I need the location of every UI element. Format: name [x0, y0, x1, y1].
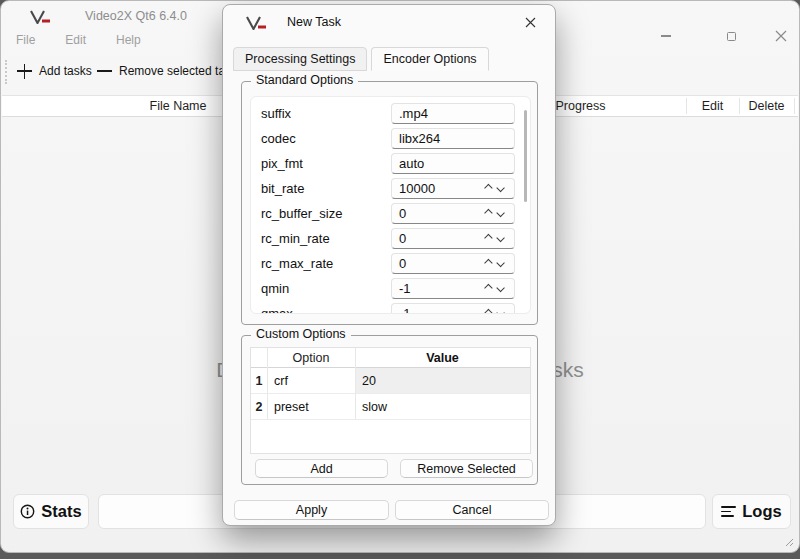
minus-icon	[97, 70, 112, 72]
field-row: rc_min_rate	[251, 226, 530, 251]
field-row: bit_rate	[251, 176, 530, 201]
column-header-delete[interactable]: Delete	[739, 96, 794, 116]
option-cell[interactable]: crf	[267, 368, 355, 393]
spin-up-button[interactable]	[484, 184, 492, 192]
pix-fmt-input-value[interactable]	[392, 156, 514, 171]
field-label: rc_max_rate	[261, 256, 333, 271]
field-row: pix_fmt	[251, 151, 530, 176]
qmin-spinbox[interactable]	[391, 278, 515, 299]
spin-up-button[interactable]	[484, 234, 492, 242]
bit-rate-spinbox[interactable]	[391, 178, 515, 199]
codec-input-value[interactable]	[392, 131, 514, 146]
custom-options-title: Custom Options	[251, 327, 351, 341]
table-row[interactable]: 2 preset slow	[251, 394, 530, 420]
pix-fmt-input[interactable]	[391, 153, 515, 174]
spin-up-button[interactable]	[484, 309, 492, 314]
tab-encoder-options[interactable]: Encoder Options	[371, 47, 488, 71]
spin-up-button[interactable]	[484, 284, 492, 292]
minimize-icon	[661, 35, 671, 36]
toolbar-drag-handle[interactable]	[5, 60, 7, 84]
column-header-option[interactable]: Option	[267, 351, 355, 365]
dialog-close-button[interactable]	[515, 10, 545, 34]
qmax-spinbox[interactable]	[391, 303, 515, 315]
field-label: bit_rate	[261, 181, 304, 196]
plus-icon	[17, 64, 32, 79]
menu-bar: File Edit Help	[16, 33, 141, 47]
field-label: codec	[261, 131, 296, 146]
add-button[interactable]: Add	[255, 459, 388, 478]
remove-selected-button[interactable]: Remove Selected	[400, 459, 533, 478]
spin-down-button[interactable]	[496, 259, 504, 267]
stats-button[interactable]: Stats	[13, 494, 89, 529]
field-row: rc_max_rate	[251, 251, 530, 276]
spin-down-button[interactable]	[496, 234, 504, 242]
row-number: 1	[251, 368, 267, 393]
new-task-dialog: New Task Processing Settings Encoder Opt…	[222, 4, 556, 526]
field-row: suffix	[251, 101, 530, 126]
stats-label: Stats	[41, 502, 81, 521]
field-label: rc_min_rate	[261, 231, 330, 246]
cancel-button[interactable]: Cancel	[395, 500, 549, 520]
spin-down-button[interactable]	[496, 309, 504, 314]
custom-options-table[interactable]: Option Value 1 crf 20 2 preset slow	[250, 347, 531, 454]
rc-buffer-size-spinbox[interactable]	[391, 203, 515, 224]
standard-options-scroll-area: suffix codec pix_fmt bit_rate rc_buffer_…	[250, 96, 531, 314]
column-header-edit[interactable]: Edit	[686, 96, 739, 116]
close-button[interactable]	[766, 25, 796, 47]
info-icon	[20, 504, 35, 519]
window-title: Video2X Qt6 6.4.0	[85, 9, 187, 23]
scrollbar[interactable]	[524, 110, 527, 202]
close-icon	[525, 17, 536, 28]
rc-max-rate-spinbox[interactable]	[391, 253, 515, 274]
option-cell[interactable]: preset	[267, 394, 355, 419]
tab-processing-settings[interactable]: Processing Settings	[233, 47, 367, 71]
menu-file[interactable]: File	[16, 33, 35, 47]
row-number: 2	[251, 394, 267, 419]
table-grid-line	[355, 348, 356, 420]
bit-rate-value[interactable]	[392, 181, 484, 196]
field-label: rc_buffer_size	[261, 206, 342, 221]
table-grid-line	[267, 348, 268, 420]
spin-down-button[interactable]	[496, 209, 504, 217]
logs-label: Logs	[742, 502, 781, 521]
menu-help[interactable]: Help	[116, 33, 141, 47]
table-row[interactable]: 1 crf 20	[251, 368, 530, 394]
value-cell[interactable]: slow	[355, 394, 530, 419]
field-label: suffix	[261, 106, 291, 121]
resize-grip[interactable]	[785, 538, 794, 547]
qmin-value[interactable]	[392, 281, 484, 296]
field-row: qmin	[251, 276, 530, 301]
rc-min-rate-spinbox[interactable]	[391, 228, 515, 249]
column-divider	[686, 98, 687, 114]
menu-edit[interactable]: Edit	[65, 33, 86, 47]
logs-button[interactable]: Logs	[712, 494, 791, 529]
custom-options-group: Custom Options Option Value 1 crf 20 2 p…	[241, 335, 538, 485]
spin-down-button[interactable]	[496, 184, 504, 192]
dialog-tabs: Processing Settings Encoder Options	[233, 47, 489, 71]
spin-up-button[interactable]	[484, 209, 492, 217]
qmax-value[interactable]	[392, 306, 484, 315]
maximize-icon	[727, 32, 736, 41]
field-label: pix_fmt	[261, 156, 303, 171]
column-divider	[794, 98, 795, 114]
apply-button[interactable]: Apply	[234, 500, 389, 520]
rc-buffer-size-value[interactable]	[392, 206, 484, 221]
spin-down-button[interactable]	[496, 284, 504, 292]
spin-up-button[interactable]	[484, 259, 492, 267]
column-header-value[interactable]: Value	[355, 351, 530, 365]
close-icon	[775, 30, 787, 42]
suffix-input-value[interactable]	[392, 106, 514, 121]
column-divider	[739, 98, 740, 114]
field-label: qmin	[261, 281, 289, 296]
field-row: codec	[251, 126, 530, 151]
dialog-title: New Task	[287, 15, 341, 29]
add-tasks-button[interactable]: Add tasks	[14, 57, 95, 85]
minimize-button[interactable]	[651, 25, 681, 47]
value-cell[interactable]: 20	[355, 368, 530, 393]
suffix-input[interactable]	[391, 103, 515, 124]
codec-input[interactable]	[391, 128, 515, 149]
rc-min-rate-value[interactable]	[392, 231, 484, 246]
rc-max-rate-value[interactable]	[392, 256, 484, 271]
maximize-button[interactable]	[716, 25, 746, 47]
standard-options-title: Standard Options	[251, 73, 358, 87]
